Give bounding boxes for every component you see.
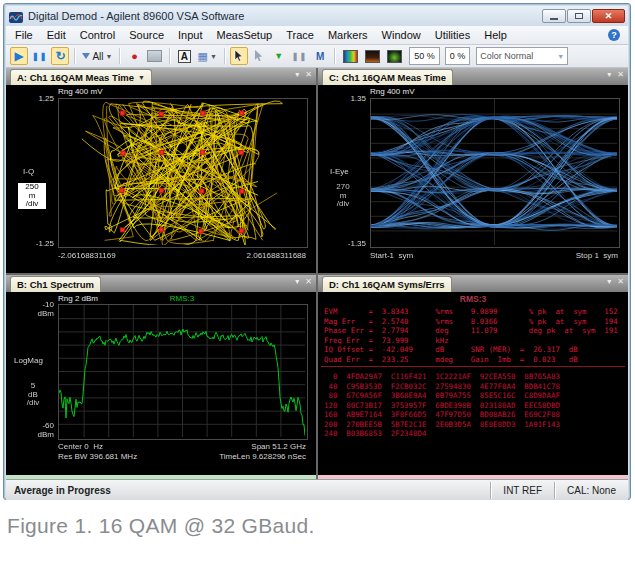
panel-d-header: D: Ch1 16QAM Syms/Errs ▾ ✕ bbox=[318, 275, 628, 293]
y-min-label: -60 bbox=[14, 421, 54, 430]
display-style-3-button[interactable] bbox=[384, 47, 404, 65]
recording-icon bbox=[147, 50, 162, 62]
cal-indicator: CAL: None bbox=[554, 482, 628, 499]
overlap-percent-field[interactable]: 0 % bbox=[445, 47, 471, 65]
symbol-row: 0 4FDA29A7 C116F421 1C2221AF 92CEA550 8B… bbox=[324, 372, 560, 382]
panel-d: D: Ch1 16QAM Syms/Errs ▾ ✕ RMS:3 EVM = 3… bbox=[318, 275, 628, 479]
y-max-label: 1.25 bbox=[14, 94, 54, 103]
panels-grid: A: Ch1 16QAM Meas Time ▼ ▾ ✕ Rng 400 mV … bbox=[6, 68, 628, 479]
y-max-label: -10 bbox=[14, 300, 54, 309]
chevron-down-icon: ▼ bbox=[557, 53, 564, 60]
panel-c: C: Ch1 16QAM Meas Time ▾ ✕ Rng 400 mV 1.… bbox=[318, 68, 628, 273]
marker-button[interactable]: M bbox=[311, 47, 329, 65]
color-scheme-select[interactable]: Color Normal ▼ bbox=[476, 47, 568, 65]
panel-b-menu-icon[interactable]: ▾ bbox=[295, 277, 299, 287]
density-icon bbox=[387, 50, 402, 63]
toolbar-separator bbox=[74, 48, 75, 64]
averaging-label: RMS:3 bbox=[58, 294, 306, 303]
close-button[interactable]: ✕ bbox=[592, 9, 625, 23]
y-max-label: 1.35 bbox=[326, 94, 366, 103]
secondary-pointer-button[interactable] bbox=[250, 47, 268, 65]
panel-b-title: B: Ch1 Spectrum bbox=[17, 279, 94, 290]
menu-item[interactable]: Control bbox=[73, 27, 122, 43]
layout-button[interactable]: ▦▼ bbox=[195, 47, 218, 65]
panel-c-tab[interactable]: C: Ch1 16QAM Meas Time bbox=[322, 69, 453, 85]
marker-pause-button[interactable]: ❚❚ bbox=[290, 47, 309, 65]
select-pointer-button[interactable] bbox=[230, 47, 248, 65]
symbol-row: 80 67C9A56F 3B68E9A4 0B79A755 85E5C16C C… bbox=[324, 391, 560, 401]
restart-button[interactable]: ↻ bbox=[51, 47, 69, 65]
panel-d-menu-icon[interactable]: ▾ bbox=[607, 277, 611, 287]
symbol-row: 120 80C73B17 3753957F 6BDE398B 023180AD … bbox=[324, 401, 560, 411]
title-bar[interactable]: Digital Demod - Agilent 89600 VSA Softwa… bbox=[6, 6, 628, 26]
menu-item[interactable]: MeasSetup bbox=[210, 27, 280, 43]
panel-c-menu-icon[interactable]: ▾ bbox=[607, 70, 611, 80]
eye-diagram-plot[interactable] bbox=[370, 98, 620, 248]
overlap-percent-value: 0 % bbox=[450, 51, 466, 61]
panel-b-close-icon[interactable]: ✕ bbox=[305, 277, 312, 287]
menu-item[interactable]: Trace bbox=[279, 27, 321, 43]
play-button[interactable]: ▶ bbox=[10, 47, 28, 65]
display-style-2-button[interactable] bbox=[362, 47, 382, 65]
y-axis-name: I-Eye bbox=[330, 167, 349, 176]
record-button[interactable]: ● bbox=[125, 47, 143, 65]
panel-d-title: D: Ch1 16QAM Syms/Errs bbox=[329, 279, 445, 290]
y-scale-field: 5 dB /div bbox=[20, 382, 46, 408]
x-max-label: 2.061688311688 bbox=[247, 251, 306, 260]
panel-d-close-icon[interactable]: ✕ bbox=[617, 277, 624, 287]
y-scale-field: 270 m /div bbox=[330, 183, 356, 209]
menu-item[interactable]: Input bbox=[171, 27, 209, 43]
help-icon[interactable]: ? bbox=[608, 29, 620, 41]
panel-a-menu-icon[interactable]: ▾ bbox=[295, 70, 299, 80]
menu-item[interactable]: Help bbox=[477, 27, 514, 43]
bars-icon: ❚❚ bbox=[292, 51, 307, 62]
menu-item[interactable]: Utilities bbox=[428, 27, 477, 43]
average-percent-field[interactable]: 50 % bbox=[409, 47, 440, 65]
panel-a-close-icon[interactable]: ✕ bbox=[305, 70, 312, 80]
error-line: EVM = 3.8343 %rms 9.0899 % pk at sym 152 bbox=[324, 307, 618, 317]
constellation-plot[interactable] bbox=[58, 98, 308, 248]
error-line: IQ Offset = -42.049 dB SNR (MER) = 26.31… bbox=[324, 345, 618, 355]
chevron-down-icon: ▼ bbox=[210, 53, 217, 60]
panel-c-title: C: Ch1 16QAM Meas Time bbox=[329, 72, 446, 83]
panel-a: A: Ch1 16QAM Meas Time ▼ ▾ ✕ Rng 400 mV … bbox=[6, 68, 316, 273]
res-bw-label: Res BW 396.681 MHz bbox=[58, 452, 137, 461]
cursor-outline-icon bbox=[254, 50, 263, 62]
panel-c-content: Rng 400 mV 1.35 I-Eye 270 m /div -1.35 S… bbox=[318, 85, 628, 273]
scale-per-div: /div bbox=[20, 399, 46, 408]
panel-a-content: Rng 400 mV 1.25 I-Q 250 m /div -1.25 -2.… bbox=[6, 85, 316, 273]
autoscale-button[interactable]: A bbox=[175, 47, 193, 65]
menu-item[interactable]: Markers bbox=[321, 27, 375, 43]
marker-peak-button[interactable]: ▼ bbox=[270, 47, 288, 65]
scale-per-div: /div bbox=[19, 200, 45, 209]
error-summary-table: EVM = 3.8343 %rms 9.0899 % pk at sym 152… bbox=[324, 307, 618, 364]
tab-dropdown-icon[interactable]: ▼ bbox=[138, 74, 145, 81]
recording-playback-button[interactable] bbox=[145, 47, 164, 65]
status-message: Average in Progress bbox=[6, 485, 111, 496]
panel-a-title: A: Ch1 16QAM Meas Time bbox=[17, 72, 134, 83]
panel-a-tab[interactable]: A: Ch1 16QAM Meas Time ▼ bbox=[10, 69, 152, 85]
close-icon: ✕ bbox=[605, 12, 613, 21]
menu-item[interactable]: Source bbox=[122, 27, 171, 43]
minimize-button[interactable] bbox=[542, 9, 566, 23]
panel-b-tab[interactable]: B: Ch1 Spectrum bbox=[10, 276, 101, 292]
spectrum-plot[interactable] bbox=[58, 304, 308, 440]
y-scale-field[interactable]: 250 m /div bbox=[18, 183, 46, 209]
measurement-filter-button[interactable]: All ▼ bbox=[80, 47, 114, 65]
y-max-unit: dBm bbox=[14, 309, 54, 318]
minimize-icon bbox=[550, 18, 558, 20]
marker-m-icon: M bbox=[316, 51, 324, 62]
error-line: Phase Err = 2.7794 deg 11.079 deg pk at … bbox=[324, 326, 618, 336]
menu-item[interactable]: Edit bbox=[40, 27, 73, 43]
restore-button[interactable] bbox=[567, 9, 591, 23]
table-divider bbox=[321, 366, 625, 367]
pause-button[interactable]: ❚❚ bbox=[30, 47, 49, 65]
menu-item[interactable]: Window bbox=[375, 27, 428, 43]
pause-icon: ❚❚ bbox=[32, 51, 47, 62]
x-stop-label: Stop 1 sym bbox=[576, 251, 618, 260]
panel-d-tab[interactable]: D: Ch1 16QAM Syms/Errs bbox=[322, 276, 452, 292]
filter-label: All bbox=[92, 51, 103, 62]
panel-c-close-icon[interactable]: ✕ bbox=[617, 70, 624, 80]
display-style-1-button[interactable] bbox=[340, 47, 360, 65]
menu-item[interactable]: File bbox=[8, 27, 40, 43]
